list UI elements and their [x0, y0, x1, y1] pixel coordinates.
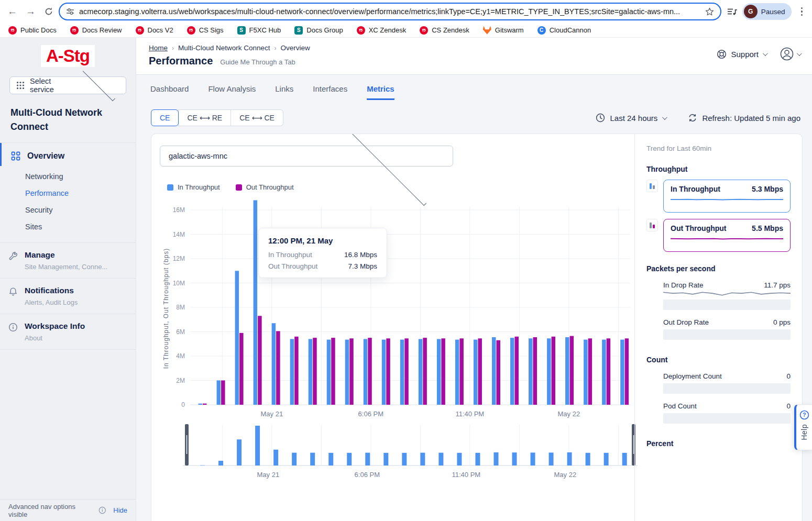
tooltip-value: 7.3 Mbps: [348, 262, 377, 270]
segment-ce-ce[interactable]: CE ⟷ CE: [231, 109, 283, 126]
tab-dashboard[interactable]: Dashboard: [150, 84, 189, 100]
refresh-control[interactable]: Refresh: Updated 5 min ago: [688, 113, 800, 123]
back-button[interactable]: ←: [7, 6, 17, 17]
section-subtitle: Site Management, Conne...: [25, 263, 107, 271]
sidebar-item-security[interactable]: Security: [0, 202, 136, 218]
trend-panel: Trend for Last 60min Throughput In Throu…: [634, 134, 802, 521]
bar-chart-icon: [646, 219, 658, 231]
chevron-down-icon: [326, 134, 426, 205]
refresh-icon: [688, 113, 697, 123]
sidebar-item-sites[interactable]: Sites: [0, 218, 136, 235]
bookmark-item[interactable]: SDocs Group: [294, 26, 343, 35]
f5-icon: f5: [357, 26, 365, 35]
sharepoint-icon: S: [294, 26, 303, 35]
chart-tooltip: 12:00 PM, 21 May In Throughput16.8 Mbps …: [258, 228, 387, 278]
trend-card-in-throughput[interactable]: In Throughput5.3 Mbps: [663, 180, 791, 213]
bookmark-item[interactable]: CCloudCannon: [537, 26, 591, 35]
bookmark-item[interactable]: f5Docs V2: [136, 26, 173, 35]
reload-icon[interactable]: [44, 7, 53, 16]
segment-ce[interactable]: CE: [151, 109, 179, 126]
sidebar-item-networking[interactable]: Networking: [0, 168, 136, 185]
breadcrumb-item[interactable]: Home: [149, 44, 168, 52]
bookmark-label: Gitswarm: [495, 26, 524, 34]
section-subtitle: Alerts, Audit Logs: [25, 298, 78, 306]
chevron-down-icon: [662, 115, 667, 120]
site-select-dropdown[interactable]: galactic-aws-mnc: [160, 146, 453, 167]
sidebar-item-overview[interactable]: Overview: [0, 143, 136, 166]
stat-value: 0 pps: [773, 318, 791, 326]
legend-item[interactable]: Out Throughput: [236, 183, 294, 191]
svg-text:May 21: May 21: [257, 471, 279, 479]
stat-band: [663, 383, 791, 394]
tab-bar: DashboardFlow AnalysisLinksInterfacesMet…: [136, 75, 812, 100]
bookmark-item[interactable]: Gitswarm: [483, 26, 524, 35]
svg-text:14M: 14M: [173, 231, 185, 238]
stat-band: [663, 300, 791, 310]
bookmark-star-icon[interactable]: [705, 7, 714, 16]
f5-icon: f5: [70, 26, 79, 35]
tooltip-label: In Throughput: [268, 251, 312, 259]
svg-text:0: 0: [181, 401, 185, 408]
tab-flow-analysis[interactable]: Flow Analysis: [208, 84, 256, 100]
segment-ce-re[interactable]: CE ⟷ RE: [178, 109, 231, 126]
breadcrumb-item[interactable]: Multi-Cloud Network Connect: [178, 44, 270, 52]
profile-avatar: G: [744, 5, 758, 18]
workspace-title: Multi-Cloud Network Connect: [10, 106, 125, 134]
tab-metrics[interactable]: Metrics: [367, 84, 394, 100]
f5-icon: f5: [420, 26, 428, 35]
tooltip-value: 16.8 Mbps: [344, 251, 377, 259]
sidebar-section-workspace-info[interactable]: Workspace InfoAbout: [0, 314, 136, 349]
profile-pill[interactable]: G Paused: [742, 3, 792, 20]
site-info-icon[interactable]: [66, 7, 74, 16]
tab-interfaces[interactable]: Interfaces: [313, 84, 347, 100]
guide-me-link[interactable]: Guide Me Through a Tab: [220, 58, 295, 66]
support-menu[interactable]: Support: [717, 49, 766, 59]
legend-item[interactable]: In Throughput: [167, 183, 220, 191]
stat-value: 11.7 pps: [764, 281, 791, 289]
f5-icon: f5: [136, 26, 144, 35]
svg-text:4M: 4M: [176, 352, 185, 360]
sidebar-section-notifications[interactable]: NotificationsAlerts, Audit Logs: [0, 278, 136, 314]
media-controls-icon[interactable]: [727, 7, 737, 16]
stat-out-drop-rate: Out Drop Rate0 pps: [663, 318, 791, 340]
chart-brush[interactable]: May 216:06 PM11:40 PMMay 22: [160, 422, 638, 480]
bookmark-item[interactable]: f5CS Sigs: [187, 26, 224, 35]
user-menu[interactable]: [780, 47, 800, 61]
select-service-label: Select service: [30, 77, 72, 94]
select-service-dropdown[interactable]: Select service: [9, 76, 126, 94]
hide-advanced-nav-link[interactable]: Hide: [113, 506, 127, 514]
page-title: Performance: [149, 55, 213, 67]
svg-text:6:06 PM: 6:06 PM: [358, 410, 383, 418]
throughput-chart[interactable]: 02M4M6M8M10M12M14M16MMay 216:06 PM11:40 …: [160, 195, 631, 422]
link-type-segments: CECE ⟷ RECE ⟷ CE: [151, 109, 283, 126]
bookmark-item[interactable]: f5XC Zendesk: [357, 26, 407, 35]
legend-label: Out Throughput: [246, 183, 294, 191]
bookmark-item[interactable]: f5Docs Review: [70, 26, 122, 35]
browser-chrome: ← → acmecorp.staging.volterra.us/web/wor…: [0, 0, 812, 38]
bookmark-item[interactable]: f5Public Docs: [8, 26, 57, 35]
help-tab[interactable]: ? Help: [794, 404, 812, 450]
trend-card-value: 5.3 Mbps: [752, 185, 783, 193]
bookmark-label: Docs Group: [306, 26, 343, 34]
svg-text:In Throughput, Out Throughput: In Throughput, Out Throughput (bps): [162, 248, 170, 369]
bookmark-label: Docs Review: [82, 26, 122, 34]
svg-text:10M: 10M: [173, 280, 185, 287]
tab-links[interactable]: Links: [275, 84, 293, 100]
clock-icon: [596, 113, 605, 123]
browser-menu-icon[interactable]: [797, 7, 807, 16]
sidebar-item-performance[interactable]: Performance: [0, 185, 136, 202]
trend-card-out-throughput[interactable]: Out Throughput5.5 Mbps: [663, 219, 791, 252]
stat-label: Out Drop Rate: [663, 318, 709, 326]
stat-label: Pod Count: [663, 402, 697, 410]
stat-band: [663, 413, 791, 424]
sidebar-section-manage[interactable]: ManageSite Management, Conne...: [0, 242, 136, 278]
url-bar[interactable]: acmecorp.staging.volterra.us/web/workspa…: [59, 3, 721, 20]
legend-swatch: [167, 184, 173, 191]
time-range-selector[interactable]: Last 24 hours: [596, 113, 666, 123]
tenant-logo[interactable]: A-Stg: [41, 45, 95, 67]
bookmark-item[interactable]: SF5XC Hub: [237, 26, 281, 35]
svg-text:2M: 2M: [176, 377, 185, 384]
breadcrumb-separator: ›: [172, 45, 174, 52]
forward-button[interactable]: →: [26, 6, 36, 17]
bookmark-item[interactable]: f5CS Zendesk: [420, 26, 469, 35]
